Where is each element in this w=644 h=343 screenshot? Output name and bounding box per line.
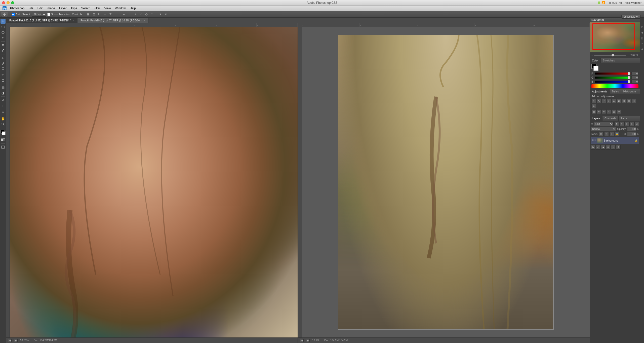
filter-type[interactable]: T xyxy=(624,122,629,126)
tab-swatches[interactable]: Swatches xyxy=(601,58,617,63)
doc-tab-2-close[interactable]: × xyxy=(144,19,145,22)
menu-type[interactable]: Type xyxy=(69,6,79,11)
sidebar-navigator-icon[interactable]: ⊡ xyxy=(640,25,644,29)
canvas-image-left[interactable] xyxy=(10,27,298,337)
clone-tool[interactable] xyxy=(1,66,6,72)
distribute-7-btn[interactable]: ⊼ xyxy=(164,12,168,17)
history-tool[interactable]: ↩ xyxy=(1,72,6,77)
healing-tool[interactable]: ✚ xyxy=(1,55,6,60)
tab-adjustments[interactable]: Adjustments xyxy=(590,89,610,94)
maximize-button[interactable] xyxy=(11,1,14,4)
adj-hsl[interactable]: ▣ xyxy=(617,99,621,103)
crop-tool[interactable] xyxy=(1,43,6,48)
menu-items[interactable]: Photoshop File Edit Image Layer Type Sel… xyxy=(8,6,138,11)
show-transform-checkbox[interactable] xyxy=(47,13,50,16)
menu-filter[interactable]: Filter xyxy=(92,6,102,11)
menu-select[interactable]: Select xyxy=(79,6,92,11)
distribute-6-btn[interactable]: ⊺ xyxy=(150,12,154,17)
adjustments-tabs[interactable]: Adjustments Styles Histogram xyxy=(590,89,640,94)
tab-styles[interactable]: Styles xyxy=(610,89,621,94)
menu-image[interactable]: Image xyxy=(45,6,57,11)
doc-tab-1[interactable]: PumpkinPatch2015 (4 of 87).NEF @ 53.5% (… xyxy=(6,18,77,23)
adj-invert[interactable]: ⊕ xyxy=(596,109,601,114)
next-btn-right[interactable]: ▶ xyxy=(306,339,310,342)
layer-delete-btn[interactable]: 🗑 xyxy=(616,145,621,150)
adj-levels[interactable] xyxy=(596,99,601,103)
tab-channels[interactable]: Channels xyxy=(602,116,618,121)
color-spectrum[interactable] xyxy=(591,84,638,88)
prev-btn-left[interactable]: ◀ xyxy=(8,339,12,342)
move-tool[interactable]: ✛ xyxy=(1,19,6,24)
adj-colormatch[interactable]: ▦ xyxy=(591,109,596,114)
background-color[interactable] xyxy=(2,131,6,135)
menu-edit[interactable]: Edit xyxy=(35,6,45,11)
filter-pixel[interactable]: ■ xyxy=(614,122,619,126)
adj-colbal[interactable]: ⊞ xyxy=(622,99,626,103)
adj-exposure[interactable]: ● xyxy=(607,99,611,103)
dodge-tool[interactable]: ◑ xyxy=(1,90,6,95)
align-center-h-btn[interactable]: ⊡ xyxy=(92,12,96,17)
blend-mode-select[interactable]: Normal xyxy=(591,127,616,131)
next-btn-left[interactable]: ▶ xyxy=(14,339,18,342)
blue-value-input[interactable]: 0 xyxy=(631,80,638,83)
align-bottom-btn[interactable]: ⊥ xyxy=(114,12,118,17)
zoom-in-btn[interactable]: + xyxy=(627,53,629,57)
document-tabs[interactable]: PumpkinPatch2015 (4 of 87).NEF @ 53.5% (… xyxy=(6,18,590,23)
blue-slider[interactable] xyxy=(595,81,630,83)
tab-histogram[interactable]: Histogram xyxy=(621,89,638,94)
green-value-input[interactable]: 0 xyxy=(631,76,638,79)
adj-threshold[interactable] xyxy=(607,109,611,114)
distribute-h-btn[interactable]: ↔ xyxy=(122,12,127,17)
zoom-tool[interactable] xyxy=(1,122,6,127)
adj-curves[interactable] xyxy=(601,99,606,103)
align-top-btn[interactable]: ⊣ xyxy=(103,12,107,17)
distribute-v-btn[interactable]: ↕ xyxy=(128,12,132,17)
distribute-5-btn[interactable]: ⊹ xyxy=(144,12,149,17)
essentials-button[interactable]: Essentials ▼ xyxy=(621,15,640,19)
align-left-btn[interactable]: ⊞ xyxy=(86,12,91,17)
layer-visibility-eye[interactable] xyxy=(592,139,596,142)
green-slider[interactable] xyxy=(595,77,630,79)
background-color-box[interactable] xyxy=(593,66,598,71)
menu-view[interactable]: View xyxy=(102,6,113,11)
adj-brightness[interactable]: ☀ xyxy=(591,99,596,103)
layer-new-btn[interactable]: + xyxy=(611,145,616,150)
eraser-tool[interactable]: ◻ xyxy=(1,78,6,83)
menu-window[interactable]: Window xyxy=(113,6,128,11)
red-value-input[interactable]: 0 xyxy=(631,72,638,75)
brush-tool[interactable] xyxy=(1,61,6,66)
menu-file[interactable]: File xyxy=(26,6,35,11)
shape-tool[interactable]: ◇ xyxy=(1,109,6,114)
move-tool-btn[interactable] xyxy=(1,12,8,17)
prev-btn-right[interactable]: ◀ xyxy=(300,339,304,342)
lasso-tool[interactable] xyxy=(1,30,6,35)
lock-position[interactable]: ✛ xyxy=(610,132,614,136)
sidebar-layers-icon[interactable]: ▤ xyxy=(640,36,644,40)
layers-tabs[interactable]: Layers Channels Paths xyxy=(590,116,640,121)
align-right-btn[interactable]: ⊢ xyxy=(97,12,102,17)
distribute-3-btn[interactable]: ↗ xyxy=(133,12,138,17)
lock-all[interactable]: 🔒 xyxy=(615,132,619,136)
align-center-v-btn[interactable]: ⊤ xyxy=(108,12,113,17)
marquee-tool[interactable] xyxy=(1,24,6,29)
adj-selcolor[interactable]: ⊛ xyxy=(617,109,621,114)
arrange-btn[interactable]: ⊻ xyxy=(158,12,163,17)
close-button[interactable] xyxy=(2,1,5,4)
layer-mask-btn[interactable]: ⊙ xyxy=(596,145,600,150)
quick-mask-tool[interactable] xyxy=(1,137,6,142)
screen-mode-tool[interactable] xyxy=(1,145,6,150)
adj-chanmixer[interactable]: ◈ xyxy=(591,104,596,108)
tab-color[interactable]: Color xyxy=(590,58,601,63)
menu-photoshop[interactable]: Photoshop xyxy=(8,6,26,11)
pen-tool[interactable] xyxy=(1,98,6,103)
color-swatches[interactable] xyxy=(1,130,6,135)
hand-tool[interactable]: ✋ xyxy=(1,116,6,121)
fill-input[interactable] xyxy=(627,132,636,136)
menu-help[interactable]: Help xyxy=(128,6,138,11)
doc-tab-1-close[interactable]: × xyxy=(72,19,74,22)
filter-smart[interactable]: ⊡ xyxy=(634,122,639,126)
layer-group-btn[interactable]: ⊞ xyxy=(606,145,611,150)
opacity-input[interactable] xyxy=(627,127,636,131)
layers-kind-select[interactable]: Kind xyxy=(594,122,614,126)
color-panel-tabs[interactable]: Color Swatches xyxy=(590,58,640,63)
